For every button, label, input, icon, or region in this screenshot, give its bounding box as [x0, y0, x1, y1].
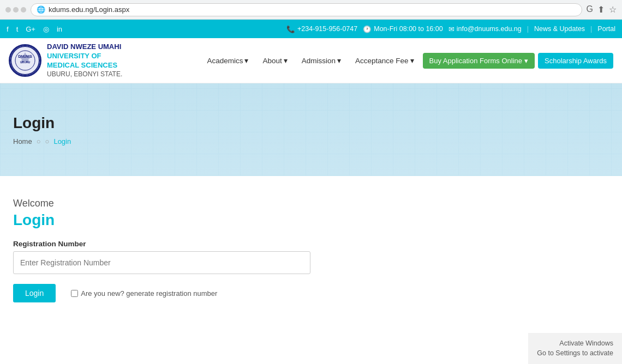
logo-line4: UBURU, EBONYI STATE.	[47, 70, 122, 79]
hero-banner: Login Home ○ ○ Login	[0, 83, 622, 176]
breadcrumb-current: Login	[53, 137, 71, 145]
hours-text: Mon-Fri 08:00 to 16:00	[374, 25, 442, 33]
acceptance-fee-chevron: ▾	[410, 56, 414, 65]
acceptance-fee-label: Acceptance Fee	[355, 57, 409, 65]
logo-svg: DNUMS UBURU	[10, 46, 40, 75]
admission-label: Admission	[302, 57, 336, 65]
hero-title: Login	[13, 114, 622, 132]
favicon-icon: 🌐	[37, 5, 45, 14]
login-button[interactable]: Login	[13, 284, 56, 302]
social-icons: f t G+ ◎ in	[7, 25, 62, 33]
logo-area: DNUMS UBURU DAVID NWEZE UMAHI UNIVERSITY…	[9, 43, 122, 78]
share-icon[interactable]: ⬆	[597, 4, 605, 15]
breadcrumb-sep1: ○	[37, 137, 41, 145]
buy-forms-label: Buy Application Forms Online	[429, 57, 523, 65]
clock-icon: 🕐	[363, 25, 372, 33]
contact-info: 📞 +234-915-956-0747 🕐 Mon-Fri 08:00 to 1…	[286, 25, 615, 33]
header: DNUMS UBURU DAVID NWEZE UMAHI UNIVERSITY…	[0, 38, 622, 83]
scholarship-button[interactable]: Scholarship Awards	[538, 53, 613, 69]
about-chevron: ▾	[284, 56, 288, 65]
buy-forms-button[interactable]: Buy Application Forms Online ▾	[423, 53, 535, 69]
nav-acceptance-fee[interactable]: Acceptance Fee ▾	[350, 53, 420, 68]
email-text: info@dnuums.edu.ng	[457, 25, 522, 33]
twitter-icon[interactable]: t	[16, 25, 19, 33]
browser-controls: G ⬆ ☆	[587, 4, 617, 15]
new-user-checkbox[interactable]	[71, 290, 78, 297]
instagram-icon[interactable]: ◎	[43, 25, 49, 33]
nav-academics[interactable]: Academics ▾	[201, 53, 254, 68]
breadcrumb-sep2: ○	[45, 137, 50, 145]
google-icon[interactable]: G	[587, 4, 593, 15]
email-info: ✉ info@dnuums.edu.ng	[448, 25, 522, 33]
about-label: About	[262, 57, 282, 65]
phone-number: +234-915-956-0747	[297, 25, 357, 33]
phone-icon: 📞	[286, 25, 295, 33]
star-icon[interactable]: ☆	[609, 4, 617, 15]
academics-chevron: ▾	[244, 56, 248, 65]
portal-link[interactable]: Portal	[597, 25, 615, 33]
buy-forms-chevron: ▾	[524, 57, 528, 65]
new-user-text: Are you new? generate registration numbe…	[81, 289, 217, 298]
reg-number-label: Registration Number	[13, 240, 314, 248]
news-updates-link[interactable]: News & Updates	[534, 25, 585, 33]
login-heading: Login	[13, 211, 314, 229]
nav-admission[interactable]: Admission ▾	[296, 53, 346, 68]
breadcrumb: Home ○ ○ Login	[13, 137, 622, 145]
logo-line1: DAVID NWEZE UMAHI	[47, 43, 122, 52]
hours-info: 🕐 Mon-Fri 08:00 to 16:00	[363, 25, 442, 33]
divider1: |	[527, 25, 529, 33]
main-nav: Academics ▾ About ▾ Admission ▾ Acceptan…	[201, 53, 613, 69]
login-form-section: Welcome Login Registration Number Login …	[0, 176, 327, 319]
logo-line2: UNIVERSITY OF	[47, 52, 122, 61]
divider2: |	[590, 25, 592, 33]
linkedin-icon[interactable]: in	[57, 25, 62, 33]
googleplus-icon[interactable]: G+	[26, 25, 35, 33]
logo-line3: MEDICAL SCIENCES	[47, 61, 122, 70]
phone-info: 📞 +234-915-956-0747	[286, 25, 357, 33]
welcome-text: Welcome	[13, 198, 314, 209]
hero-content: Login Home ○ ○ Login	[13, 114, 622, 145]
browser-chrome: 🌐 kdums.edu.ng/Login.aspx G ⬆ ☆	[0, 0, 622, 20]
mail-icon: ✉	[448, 25, 454, 33]
top-bar: f t G+ ◎ in 📞 +234-915-956-0747 🕐 Mon-Fr…	[0, 20, 622, 38]
registration-field-group: Registration Number	[13, 240, 314, 274]
login-button-label: Login	[25, 289, 44, 298]
address-bar[interactable]: 🌐 kdums.edu.ng/Login.aspx	[31, 3, 582, 16]
nav-about[interactable]: About ▾	[257, 53, 292, 68]
admission-chevron: ▾	[337, 56, 341, 65]
university-logo: DNUMS UBURU	[9, 44, 41, 77]
breadcrumb-home[interactable]: Home	[13, 137, 32, 145]
url-text: kdums.edu.ng/Login.aspx	[49, 5, 129, 14]
academics-label: Academics	[207, 57, 243, 65]
registration-number-input[interactable]	[13, 251, 310, 274]
facebook-icon[interactable]: f	[7, 25, 9, 33]
scholarship-label: Scholarship Awards	[545, 57, 607, 65]
new-user-label[interactable]: Are you new? generate registration numbe…	[71, 289, 217, 298]
logo-text: DAVID NWEZE UMAHI UNIVERSITY OF MEDICAL …	[47, 43, 122, 78]
